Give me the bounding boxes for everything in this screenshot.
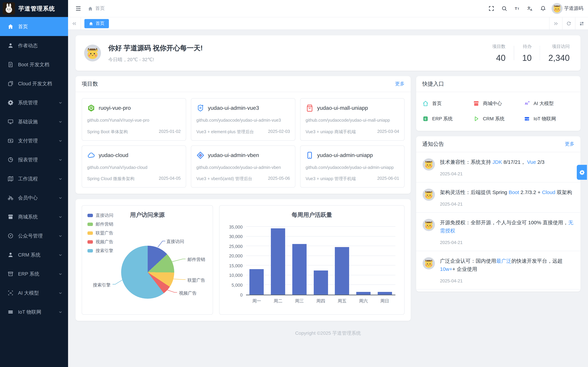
- font-size-button[interactable]: TT: [512, 3, 523, 14]
- search-button[interactable]: [499, 3, 510, 14]
- welcome-text: 你好 芋道源码 祝你开心每一天! 今日晴，20℃ - 32℃!: [108, 43, 203, 63]
- tabbar: 首页: [68, 17, 588, 30]
- server-icon: [8, 309, 14, 315]
- sidebar-item-erp[interactable]: ERP 系统: [0, 264, 68, 284]
- docs-icon: [8, 81, 14, 87]
- quick-link-home[interactable]: 首页: [422, 100, 473, 107]
- tabs-scroll-right-button[interactable]: [549, 17, 562, 30]
- quick-link-crm[interactable]: CRM 系统: [473, 116, 524, 122]
- tabs-scroll-left-button[interactable]: [68, 17, 81, 30]
- settings-fab-button[interactable]: [577, 165, 587, 180]
- sidebar-item-label: ERP 系统: [18, 271, 58, 277]
- sidebar-item-report[interactable]: 报表管理: [0, 150, 68, 169]
- legend-item[interactable]: 视频广告: [87, 239, 113, 245]
- sidebar: 芋道管理系统 首页作者动态Boot 开发文档Cloud 开发文档系统管理基础设施…: [0, 0, 68, 367]
- welcome-avatar: [84, 44, 101, 62]
- legend-item[interactable]: 联盟广告: [87, 230, 113, 236]
- cloud-icon: [87, 151, 95, 159]
- stat-label: 项目访问: [548, 43, 570, 50]
- tab-home[interactable]: 首页: [84, 19, 109, 28]
- notice-title: 广泛企业认可：国内使用最广泛的快速开发平台，远超 10w++ 企业使用: [440, 257, 574, 273]
- vben-icon: [196, 151, 205, 159]
- sidebar-item-cloud-doc[interactable]: Cloud 开发文档: [0, 74, 68, 93]
- sidebar-item-member[interactable]: 会员中心: [0, 188, 68, 207]
- spring-icon: [87, 104, 95, 112]
- stat-value: 10: [522, 53, 532, 63]
- sidebar-item-label: 公众号管理: [18, 233, 58, 239]
- sidebar-item-workflow[interactable]: 工作流程: [0, 169, 68, 188]
- pie-slice-label: 搜索引擎: [93, 282, 111, 288]
- notifications-button[interactable]: [538, 3, 549, 14]
- project-url: github.com/YunaiV/ruoyi-vue-pro: [87, 117, 181, 124]
- notice-avatar: [422, 158, 435, 171]
- project-card-yudao-ui-admin-vue3[interactable]: yudao-ui-admin-vue3github.com/yudaocode/…: [191, 98, 295, 141]
- project-card-yudao-ui-admin-vben[interactable]: yudao-ui-admin-vbengithub.com/yudaocode/…: [191, 145, 295, 188]
- legend-item[interactable]: 直接访问: [87, 212, 113, 218]
- legend-item[interactable]: 邮件营销: [87, 221, 113, 227]
- fullscreen-button[interactable]: [486, 3, 497, 14]
- layout-grid-button[interactable]: [575, 17, 588, 30]
- project-card-ruoyi-vue-pro[interactable]: ruoyi-vue-progithub.com/YunaiV/ruoyi-vue…: [82, 98, 186, 141]
- sidebar-item-infra[interactable]: 基础设施: [0, 112, 68, 131]
- notice-item-4[interactable]: 广泛企业认可：国内使用最广泛的快速开发平台，远超 10w++ 企业使用2025-…: [416, 251, 580, 290]
- sidebar-item-iot[interactable]: IoT 物联网: [0, 302, 68, 321]
- quick-link-label: CRM 系统: [483, 116, 505, 122]
- language-button[interactable]: 文A: [525, 3, 536, 14]
- collapse-sidebar-button[interactable]: [73, 3, 84, 14]
- quick-link-ai-model[interactable]: AIAI 大模型: [524, 100, 574, 107]
- project-name: yudao-ui-mall-uniapp: [317, 105, 368, 111]
- wallet-icon: [8, 138, 14, 144]
- sidebar-item-home[interactable]: 首页: [0, 17, 68, 36]
- project-desc: Vue3 + vben5(antd) 管理后台: [196, 176, 252, 182]
- user-avatar[interactable]: [551, 3, 563, 14]
- footer-copyright: Copyright ©2025 芋道管理系统: [76, 321, 580, 342]
- sidebar-item-author[interactable]: 作者动态: [0, 36, 68, 55]
- notices-panel: 通知公告 更多 技术兼容性：系统支持 JDK 8/17/21， Vue 2/32…: [416, 136, 580, 292]
- quick-link-iot[interactable]: IoT 物联网: [524, 116, 574, 122]
- sidebar-item-pay[interactable]: 支付管理: [0, 131, 68, 150]
- stat-label: 项目数: [492, 43, 505, 50]
- notice-item-1[interactable]: 技术兼容性：系统支持 JDK 8/17/21， Vue 2/32025-04-2…: [416, 152, 580, 183]
- bar-slot: 周三: [289, 227, 310, 295]
- project-url: github.com/YunaiV/yudao-cloud: [87, 164, 181, 171]
- quick-link-mall-center[interactable]: 商城中心: [473, 100, 524, 107]
- sidebar-item-crm[interactable]: CRM 系统: [0, 245, 68, 264]
- bag-icon: [306, 104, 314, 112]
- legend-item[interactable]: 搜索引擎: [87, 248, 113, 254]
- sidebar-item-system[interactable]: 系统管理: [0, 93, 68, 112]
- project-name: yudao-ui-admin-uniapp: [317, 152, 373, 158]
- language-icon: 文A: [527, 5, 533, 12]
- refresh-tab-button[interactable]: [562, 17, 575, 30]
- notices-more-link[interactable]: 更多: [565, 141, 574, 147]
- sidebar-item-mp[interactable]: 公众号管理: [0, 226, 68, 245]
- chevrons-right-icon: [553, 21, 558, 26]
- project-card-yudao-cloud[interactable]: yudao-cloudgithub.com/YunaiV/yudao-cloud…: [82, 145, 186, 188]
- bar-chart-title: 每周用户活跃量: [219, 211, 404, 219]
- chevrons-left-icon: [72, 21, 77, 26]
- stat-label: 待办: [522, 43, 532, 50]
- projects-more-link[interactable]: 更多: [395, 81, 405, 87]
- project-card-yudao-ui-admin-uniapp[interactable]: yudao-ui-admin-uniappgithub.com/yudaocod…: [300, 145, 405, 188]
- y-axis-tick-label: 30,000: [229, 234, 243, 239]
- quick-link-erp[interactable]: EERP 系统: [422, 116, 473, 122]
- user-icon: [8, 252, 14, 258]
- qshop-icon: [473, 100, 479, 107]
- sidebar-item-mall[interactable]: 商城系统: [0, 207, 68, 226]
- bar-chart-card: 每周用户活跃量05,00010,00015,00020,00025,00030,…: [219, 205, 405, 315]
- welcome-stats: 项目数40待办10项目访问2,340: [484, 43, 571, 63]
- notice-item-3[interactable]: 开源免授权：全部开源，个人与企业可 100% 直接使用，无需授权2025-04-…: [416, 213, 580, 251]
- pie-slice-label: 视频广告: [179, 290, 197, 296]
- logo-row[interactable]: 芋道管理系统: [0, 0, 68, 17]
- main-column: 首页 TT文A 芋道源码 首页: [68, 0, 588, 367]
- quick-link-label: ERP 系统: [432, 116, 453, 122]
- stat-1: 项目数40: [484, 43, 514, 63]
- project-card-yudao-ui-mall-uniapp[interactable]: yudao-ui-mall-uniappgithub.com/yudaocode…: [300, 98, 405, 141]
- notice-date: 2025-04-21: [440, 201, 574, 207]
- username: 芋道源码: [564, 5, 583, 12]
- sidebar-item-boot-doc[interactable]: Boot 开发文档: [0, 55, 68, 74]
- sidebar-item-label: 工作流程: [18, 175, 58, 182]
- notice-item-2[interactable]: 架构灵活性：后端提供 Spring Boot 2.7/3.2 + Cloud 双…: [416, 183, 580, 213]
- flow-icon: [8, 176, 14, 182]
- ai-icon: AI: [8, 290, 14, 296]
- sidebar-item-ai[interactable]: AIAI 大模型: [0, 284, 68, 302]
